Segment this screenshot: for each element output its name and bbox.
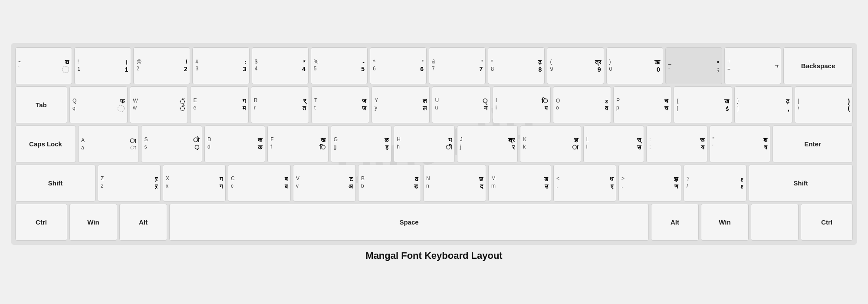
alt-right-label: Alt — [671, 218, 679, 226]
key-x[interactable]: Xग xग — [163, 165, 226, 202]
key-i[interactable]: Iि iप — [493, 86, 551, 123]
key-t[interactable]: Tज tज — [311, 86, 369, 123]
ctrl-right-label: Ctrl — [821, 218, 832, 226]
key-e[interactable]: Eग eम — [190, 86, 248, 123]
key-win-right[interactable]: Win — [701, 204, 749, 241]
key-2[interactable]: @/ 22 — [133, 47, 190, 84]
key-b[interactable]: Bठ bड — [358, 165, 421, 202]
key-a[interactable]: A◌ा a◌ा — [78, 126, 139, 162]
key-l[interactable]: Lस् lस — [583, 126, 644, 162]
key-3[interactable]: #: 33 — [192, 47, 249, 84]
key-1[interactable]: !। 11 — [74, 47, 131, 84]
key-shift-left[interactable]: Shift — [15, 165, 95, 202]
alt-left-label: Alt — [139, 218, 148, 226]
key-enter[interactable]: Enter — [773, 126, 853, 162]
key-h[interactable]: Hभ hी — [394, 126, 454, 162]
key-c[interactable]: Cब cब — [228, 165, 291, 202]
key-space[interactable]: Space — [169, 204, 649, 241]
key-u[interactable]: Uृ uन — [432, 86, 490, 123]
space-label: Space — [399, 218, 418, 226]
key-capslock[interactable]: Caps Lock — [15, 126, 76, 162]
key-quote[interactable]: "श 'ष — [710, 126, 770, 162]
row-qwerty: Tab Qफ q W◌̆ w◌̊ Eग eम Rर् rत Tज tज Yल y… — [15, 86, 853, 123]
keyboard-title: Mangal Font Keyboard Layout — [365, 250, 502, 261]
backspace-label: Backspace — [801, 62, 835, 69]
row-numbers: ~द्य ` !। 11 @/ 22 #: 33 $* 44 %- 55 ^ — [15, 47, 853, 84]
key-ctrl-left[interactable]: Ctrl — [15, 204, 67, 241]
row-asdf: Caps Lock A◌ा a◌ा S◌ो s◌़ Dक dक Fख fि Gळ… — [15, 126, 853, 162]
key-g[interactable]: Gळ gह — [331, 126, 391, 162]
key-y[interactable]: Yल yल — [372, 86, 430, 123]
key-d[interactable]: Dक dक — [204, 126, 265, 162]
key-tilde[interactable]: ~द्य ` — [15, 47, 72, 84]
key-n[interactable]: Nछ nद — [423, 165, 486, 202]
key-q[interactable]: Qफ q — [69, 86, 128, 123]
key-m[interactable]: Mड mउ — [488, 165, 551, 202]
key-z[interactable]: Zऱ zऱ — [98, 165, 161, 202]
row-zxcv: Shift Zऱ zऱ Xग xग Cब cब Vट vअ Bठ bड Nछ n… — [15, 165, 853, 202]
key-alt-right[interactable]: Alt — [651, 204, 699, 241]
tab-label: Tab — [36, 101, 47, 109]
key-4[interactable]: $* 44 — [252, 47, 309, 84]
key-period[interactable]: >झ .ण — [618, 165, 681, 202]
key-w[interactable]: W◌̆ w◌̊ — [130, 86, 188, 123]
key-win-left[interactable]: Win — [69, 204, 117, 241]
keyboard: Dinuclip ~द्य ` !। 11 @/ 22 #: 33 $* 44 … — [11, 43, 857, 245]
key-o[interactable]: Oε oव — [553, 86, 611, 123]
key-7[interactable]: &' 77 — [429, 47, 486, 84]
key-6[interactable]: ^' 66 — [370, 47, 427, 84]
key-alt-left[interactable]: Alt — [119, 204, 167, 241]
enter-label: Enter — [804, 140, 821, 148]
key-5[interactable]: %- 55 — [311, 47, 368, 84]
key-p[interactable]: Pच pच — [613, 86, 671, 123]
key-tab[interactable]: Tab — [15, 86, 67, 123]
key-k[interactable]: Kज्ञ k◌ा — [520, 126, 581, 162]
key-j[interactable]: Jश्र jर — [457, 126, 518, 162]
capslock-label: Caps Lock — [29, 140, 62, 148]
key-s[interactable]: S◌ो s◌़ — [141, 126, 202, 162]
key-f[interactable]: Fख fि — [267, 126, 328, 162]
ctrl-left-label: Ctrl — [36, 218, 47, 226]
row-bottom: Ctrl Win Alt Space Alt Win Ctrl — [15, 204, 853, 241]
key-0[interactable]: )ऋ 00 — [606, 47, 663, 84]
win-right-label: Win — [719, 218, 730, 226]
key-bracket-open[interactable]: {ख [ś — [674, 86, 732, 123]
key-slash[interactable]: ?ε /ε — [684, 165, 746, 202]
key-8[interactable]: *ढ़ 88 — [488, 47, 545, 84]
key-comma[interactable]: <ध ,ए — [553, 165, 616, 202]
key-v[interactable]: Vट vअ — [293, 165, 356, 202]
key-menu[interactable] — [751, 204, 799, 241]
key-bracket-close[interactable]: }ढ़ ], — [734, 86, 792, 123]
key-equal[interactable]: +॒ =॑ — [724, 47, 781, 84]
key-backslash[interactable]: |) \( — [795, 86, 853, 123]
shift-right-label: Shift — [793, 179, 808, 187]
shift-left-label: Shift — [48, 179, 62, 187]
key-r[interactable]: Rर् rत — [251, 86, 309, 123]
key-9[interactable]: (त्र 99 — [547, 47, 604, 84]
key-shift-right[interactable]: Shift — [749, 165, 853, 202]
key-ctrl-right[interactable]: Ctrl — [801, 204, 853, 241]
key-semicolon[interactable]: :रू ;य — [646, 126, 707, 162]
key-minus[interactable]: _• -; — [665, 47, 722, 84]
win-left-label: Win — [87, 218, 99, 226]
key-backspace[interactable]: Backspace — [783, 47, 853, 84]
